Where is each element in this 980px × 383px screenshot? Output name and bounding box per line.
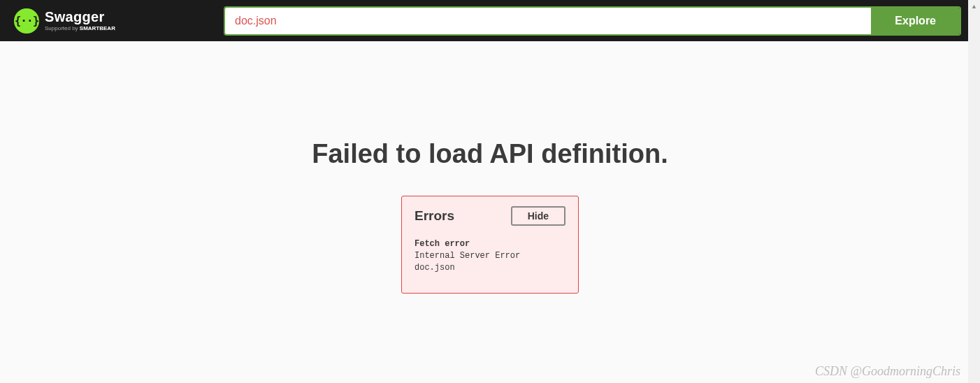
swagger-icon: {··} xyxy=(14,8,39,34)
logo-title: Swagger xyxy=(45,10,115,24)
explore-button[interactable]: Explore xyxy=(871,8,960,34)
logo-text: Swagger Supported by SMARTBEAR xyxy=(45,10,115,31)
vertical-scrollbar[interactable]: ▲ xyxy=(968,0,980,383)
error-item: Fetch error Internal Server Error doc.js… xyxy=(415,238,565,273)
errors-header: Errors Hide xyxy=(415,206,565,226)
topbar: {··} Swagger Supported by SMARTBEAR Expl… xyxy=(0,0,980,41)
logo[interactable]: {··} Swagger Supported by SMARTBEAR xyxy=(14,8,210,34)
error-detail: Internal Server Error doc.json xyxy=(415,251,520,273)
hide-button[interactable]: Hide xyxy=(511,206,565,226)
scroll-up-icon[interactable]: ▲ xyxy=(968,0,980,12)
main-content: Failed to load API definition. Errors Hi… xyxy=(0,41,980,294)
errors-title: Errors xyxy=(415,208,454,224)
url-bar: Explore xyxy=(224,6,961,36)
error-heading: Failed to load API definition. xyxy=(312,139,668,169)
logo-subtitle: Supported by SMARTBEAR xyxy=(45,25,115,31)
errors-panel: Errors Hide Fetch error Internal Server … xyxy=(401,196,579,294)
error-name: Fetch error xyxy=(415,239,470,249)
url-input[interactable] xyxy=(225,8,871,34)
watermark: CSDN @GoodmorningChris xyxy=(815,364,960,379)
